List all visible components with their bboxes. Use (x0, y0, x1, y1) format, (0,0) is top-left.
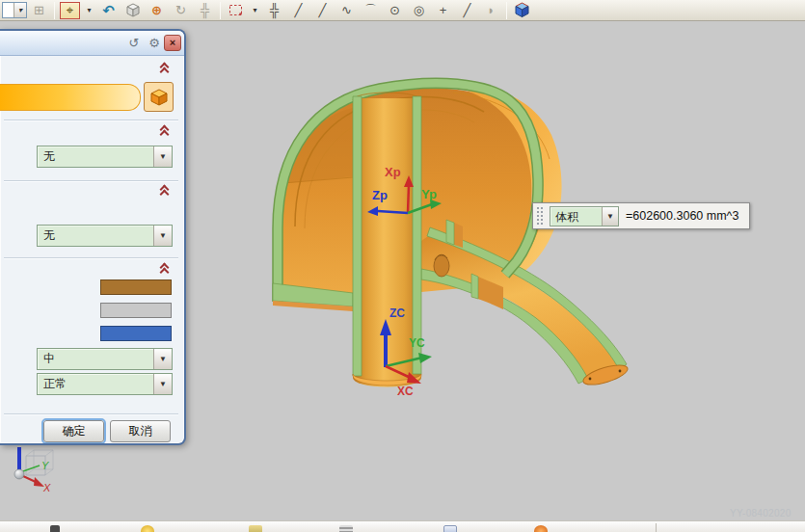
triad-origin-sphere (14, 469, 24, 479)
rotate-point-icon[interactable]: ⊕ (147, 2, 167, 19)
wcs-x-label: XC (397, 385, 414, 398)
ok-button[interactable]: 确定 (43, 420, 104, 442)
color-swatch-gray[interactable] (100, 303, 172, 318)
measurement-value: =602600.3060 mm^3 (626, 209, 738, 223)
color-swatch-blue[interactable] (100, 326, 172, 341)
measurement-drag-handle[interactable] (536, 206, 545, 226)
taskbar-icon-dark[interactable] (50, 525, 60, 532)
dialog-reset-icon[interactable]: ↺ (126, 35, 142, 51)
measurement-toolbar[interactable]: 体积 ▼ =602600.3060 mm^3 (532, 202, 750, 229)
spline-icon[interactable]: ∿ (336, 2, 357, 19)
measurement-dropdown-icon[interactable]: ▼ (602, 207, 618, 226)
taskbar-icon-window[interactable] (443, 525, 457, 532)
section-divider (4, 257, 178, 259)
taskbar-icon-yellow-2[interactable] (249, 525, 262, 532)
line-endpoints-icon[interactable]: ╱ (312, 2, 333, 19)
wcs-y-label: YC (409, 336, 425, 350)
snap-point-icon[interactable]: ⌖ (60, 2, 80, 19)
snap-point-dropdown-icon[interactable]: ▾ (84, 2, 94, 19)
measurement-type-dropdown[interactable]: 体积 ▼ (550, 206, 619, 226)
section-divider (4, 120, 178, 121)
arc-icon[interactable]: ⌒ (361, 2, 381, 19)
dialog-settings-icon[interactable]: ⚙ (147, 35, 162, 51)
measurement-type-value: 体积 (550, 210, 578, 224)
color-swatch-brown[interactable] (100, 279, 172, 295)
assembly-icon[interactable]: ⊞ (29, 2, 49, 19)
section-3-collapse-chevron[interactable] (159, 185, 173, 199)
rotate-view-icon[interactable]: ↻ (171, 2, 191, 19)
section-2-collapse-chevron[interactable] (159, 125, 173, 139)
toolbar-separator (54, 2, 55, 19)
point-on-circle-icon[interactable]: ◎ (409, 2, 429, 19)
dropdown-arrow-icon[interactable]: ▼ (153, 226, 172, 246)
wcs-y-arrowhead (418, 353, 432, 363)
dropdown-arrow-icon[interactable]: ▼ (153, 374, 172, 394)
datum-y-label: Yp (421, 187, 437, 201)
view-y-label: Y (41, 460, 49, 471)
dropdown-value: 中 (38, 352, 55, 365)
main-toolbar: ▾ ⊞ ⌖ ▾ ↶ ⊕ ↻ ╬ ▾ ╬ ╱ ╱ ∿ ⌒ ⊙ ◎ + ╱ ◗ (0, 0, 805, 21)
model-sectioned-housing[interactable] (273, 83, 630, 388)
view-orientation-triad[interactable]: X Y (14, 447, 53, 493)
wcs-z-label: ZC (389, 306, 405, 320)
cancel-button[interactable]: 取消 (110, 420, 171, 442)
dropdown-value: 无 (38, 149, 55, 163)
blue-cube-glyph (514, 2, 530, 18)
selection-highlight-field[interactable] (0, 84, 141, 111)
line-icon[interactable]: ╱ (288, 2, 309, 19)
section-1-collapse-chevron[interactable] (159, 63, 173, 76)
rectangle-select-icon[interactable] (226, 2, 246, 19)
iso-cube-glyph (125, 3, 141, 18)
dropdown-medium[interactable]: 中 ▼ (37, 348, 173, 370)
section-4-collapse-chevron[interactable] (159, 263, 173, 277)
orient-view-cube-icon[interactable] (122, 2, 143, 19)
dropdown-value: 无 (38, 228, 55, 242)
taskbar-strip (0, 520, 805, 532)
circle-center-icon[interactable]: ⊙ (385, 2, 405, 19)
datum-z-label: Zp (372, 188, 388, 202)
dropdown-arrow-icon[interactable]: ▼ (153, 349, 172, 369)
dropdown-arrow-icon[interactable]: ▼ (153, 146, 172, 167)
object-display-dialog: ↺ ⚙ × 无 ▼ 无 ▼ 中 ▼ 正常 ▼ 确定 取消 (0, 29, 186, 445)
extrude-cube-icon[interactable] (512, 2, 532, 19)
undo-icon[interactable]: ↶ (98, 2, 119, 19)
dropdown-normal[interactable]: 正常 ▼ (37, 373, 173, 395)
pan-view-icon[interactable]: ╬ (195, 2, 215, 19)
dialog-close-button[interactable]: × (164, 35, 181, 51)
selection-cube-button[interactable] (144, 82, 174, 112)
combo-dropdown-icon[interactable]: ▾ (13, 3, 26, 17)
taskbar-separator (656, 523, 657, 532)
shaded-face-icon[interactable]: ◗ (481, 2, 501, 19)
dialog-titlebar[interactable]: ↺ ⚙ × (0, 31, 184, 56)
rectangle-select-dropdown-icon[interactable]: ▾ (250, 2, 260, 19)
angled-line-icon[interactable]: ╱ (457, 2, 477, 19)
datum-x-label: Xp (385, 165, 401, 179)
move-view-icon[interactable]: ╬ (264, 2, 284, 19)
dropdown-value: 正常 (38, 377, 67, 390)
view-style-combo[interactable]: ▾ (2, 2, 27, 18)
toolbar-separator (506, 2, 507, 19)
taskbar-icon-orange[interactable] (534, 525, 548, 532)
toolbar-separator (220, 2, 221, 19)
taskbar-icon-yellow-1[interactable] (141, 525, 154, 532)
section-divider (4, 180, 178, 182)
view-x-label: X (42, 482, 51, 493)
dropdown-none-2[interactable]: 无 ▼ (37, 225, 173, 247)
watermark-text: YY-08402020 (730, 508, 792, 519)
taskbar-icon-gray[interactable] (339, 525, 353, 532)
dropdown-none-1[interactable]: 无 ▼ (37, 146, 173, 168)
orange-cube-icon (149, 88, 169, 107)
dashed-rect-glyph (228, 4, 243, 16)
footer-divider (4, 413, 178, 415)
point-icon[interactable]: + (433, 2, 453, 19)
